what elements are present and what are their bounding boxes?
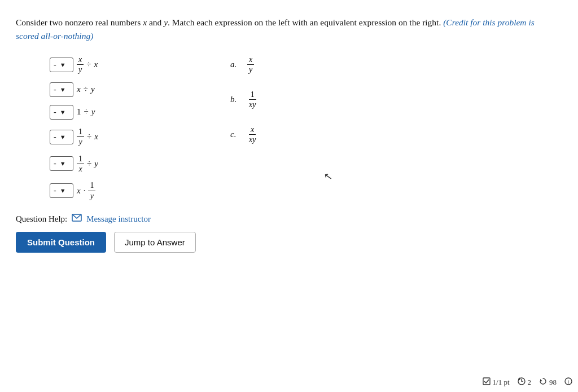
fraction-numerator: x [77,55,84,65]
x-var-2: x [77,85,81,94]
div-symbol-1: ÷ [86,60,91,69]
y-variable: y [164,17,168,27]
dropdown-3-value: - [54,108,56,117]
fraction-x-over-y: x y [77,55,84,74]
dropdown-5-value: - [54,159,56,168]
div-symbol-3: ÷ [84,107,89,117]
dropdown-4-value: - [54,133,56,142]
right-item-c: c. x xy [230,125,257,144]
bottom-bar: 1/1 pt 2 98 [483,377,572,387]
expr-row-3: - ▼ 1 ÷ y [50,105,163,120]
history-icon [518,377,526,387]
answer-c-num: x [249,125,256,135]
right-expr-c: x xy [247,125,257,144]
message-instructor-link[interactable]: Message instructor [86,214,151,224]
dropdown-5-chevron: ▼ [60,160,66,167]
right-label-b: b. [230,95,242,104]
refresh-icon [539,377,547,387]
problem-text-part1: Consider two nonzero real numbers [16,17,143,27]
answer-b-num: 1 [249,90,256,100]
score-text: 1/1 pt [493,378,510,387]
refresh-item[interactable]: 98 [539,377,557,387]
main-container: Consider two nonzero real numbers x and … [0,0,578,392]
expressions-area: - ▼ x y ÷ x - ▼ x [50,55,555,200]
fraction-1-over-y-6: 1 y [88,181,95,200]
dropdown-4[interactable]: - ▼ [50,130,73,144]
dropdown-1-chevron: ▼ [60,61,66,68]
expr-3: 1 ÷ y [77,107,95,117]
fraction-denominator: y [77,65,84,74]
jump-to-answer-button[interactable]: Jump to Answer [114,232,196,253]
dropdown-3[interactable]: - ▼ [50,105,73,120]
question-help-label: Question Help: [16,214,67,224]
x-var-6: x [77,186,81,196]
answer-b-den: xy [247,100,257,109]
dot-symbol-6: · [84,186,86,196]
right-expr-b: 1 xy [247,90,257,109]
right-column: a. x y b. 1 xy [230,55,257,200]
svg-text:i: i [568,379,570,385]
fraction-1-over-y: 1 y [77,127,84,147]
fraction-1-denominator: y [77,137,84,146]
dropdown-3-chevron: ▼ [60,109,66,116]
fraction-1-numerator: 1 [77,127,84,137]
dropdown-6-value: - [54,186,56,195]
fraction-1x-numerator: 1 [77,155,84,164]
right-label-a: a. [230,60,242,69]
expr-row-5: - ▼ 1 x ÷ y [50,155,163,174]
info-icon: i [564,377,572,387]
fraction-1-over-x: 1 x [77,155,84,174]
history-item[interactable]: 2 [518,377,532,387]
refresh-text: 98 [549,378,557,387]
svg-rect-1 [483,378,490,385]
x-var-1: x [94,60,98,69]
buttons-row: Submit Question Jump to Answer [16,232,555,253]
info-item[interactable]: i [564,377,572,387]
problem-text: Consider two nonzero real numbers x and … [16,16,555,43]
envelope-icon [72,214,82,224]
right-item-a: a. x y [230,55,257,74]
svg-marker-4 [540,379,542,381]
left-column: - ▼ x y ÷ x - ▼ x [50,55,163,200]
expr-row-2: - ▼ x ÷ y [50,82,163,97]
score-item: 1/1 pt [483,377,510,387]
one-var-3: 1 [77,107,81,117]
question-help-row: Question Help: Message instructor [16,214,555,224]
dropdown-5[interactable]: - ▼ [50,156,73,171]
dropdown-6[interactable]: - ▼ [50,183,73,198]
x-var-4: x [94,132,98,142]
dropdown-1-value: - [54,60,56,69]
fraction-1x-denominator: x [77,164,84,173]
y-var-2: y [91,85,95,94]
dropdown-1[interactable]: - ▼ [50,58,73,72]
submit-question-button[interactable]: Submit Question [16,232,106,253]
fraction-1y-numerator: 1 [88,181,95,191]
expr-6: x · 1 y [77,181,95,200]
expr-row-4: - ▼ 1 y ÷ x [50,127,163,147]
fraction-1y-denominator: y [89,191,95,200]
expr-4: 1 y ÷ x [77,127,98,147]
expr-row-6: - ▼ x · 1 y [50,181,163,200]
expr-row-1: - ▼ x y ÷ x [50,55,163,74]
expr-2: x ÷ y [77,85,95,94]
problem-text-part3: . Match each expression on the left with… [168,17,443,27]
expr-1: x y ÷ x [77,55,98,74]
dropdown-2-value: - [54,85,56,94]
div-symbol-2: ÷ [84,85,88,94]
dropdown-4-chevron: ▼ [60,134,66,140]
history-text: 2 [528,378,532,387]
problem-text-part2: and [147,17,164,27]
answer-fraction-b: 1 xy [247,90,257,109]
answer-a-den: y [247,65,254,74]
div-symbol-4: ÷ [87,132,91,142]
x-variable: x [143,17,147,27]
y-var-3: y [91,107,95,117]
answer-c-den: xy [247,135,257,144]
div-symbol-5: ÷ [87,159,91,169]
answer-a-num: x [247,55,254,65]
dropdown-2[interactable]: - ▼ [50,82,73,97]
right-item-b: b. 1 xy [230,90,257,109]
expr-5: 1 x ÷ y [77,155,98,174]
dropdown-6-chevron: ▼ [60,187,66,194]
answer-fraction-c: x xy [247,125,257,144]
